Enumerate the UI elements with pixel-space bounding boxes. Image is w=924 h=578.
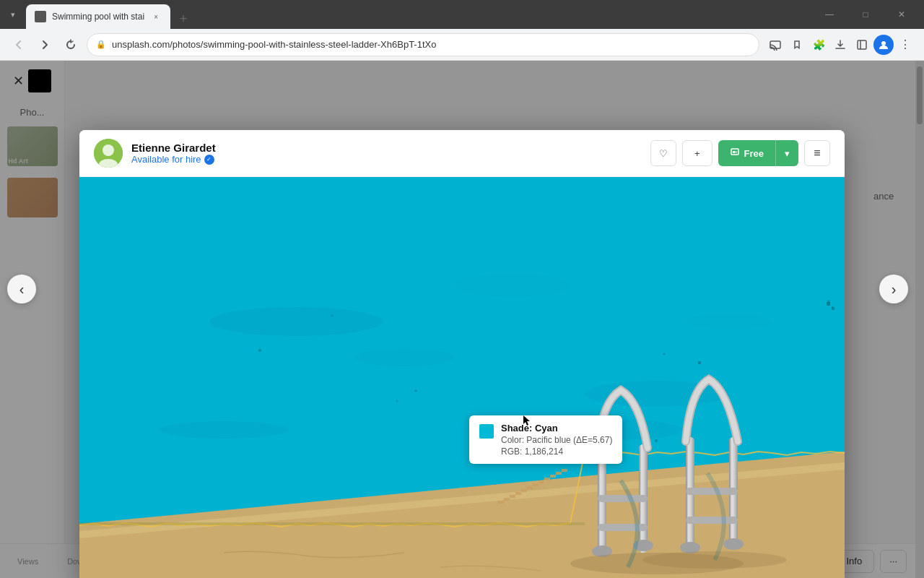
collect-button[interactable]: + bbox=[682, 140, 712, 166]
download-manager-btn[interactable] bbox=[830, 35, 850, 55]
svg-rect-31 bbox=[79, 522, 585, 525]
svg-point-3 bbox=[881, 41, 886, 46]
tab-title: Swimming pool with stai bbox=[52, 12, 144, 22]
url-text: unsplash.com/photos/swimming-pool-with-s… bbox=[112, 39, 750, 50]
svg-rect-46 bbox=[686, 488, 738, 495]
svg-rect-52 bbox=[510, 495, 515, 498]
svg-rect-62 bbox=[827, 302, 830, 306]
svg-point-16 bbox=[686, 314, 772, 329]
color-shade: Shade: Cyan bbox=[501, 423, 612, 434]
photo-display[interactable]: Shade: Cyan Color: Pacific blue (ΔE=5.67… bbox=[79, 177, 845, 578]
cursor-position bbox=[523, 415, 531, 427]
author-details: Etienne Girardet Available for hire ✓ bbox=[131, 142, 216, 165]
tab-close-btn[interactable]: × bbox=[150, 11, 162, 22]
svg-rect-38 bbox=[598, 495, 648, 502]
color-rgb: RGB: 1,186,214 bbox=[501, 447, 612, 457]
svg-rect-8 bbox=[733, 151, 735, 153]
svg-point-20 bbox=[415, 390, 417, 392]
svg-rect-9 bbox=[735, 151, 737, 153]
sidebar-toggle-btn[interactable] bbox=[852, 35, 872, 55]
download-split-button: Free ▾ bbox=[718, 140, 798, 166]
svg-point-12 bbox=[209, 307, 383, 336]
svg-rect-64 bbox=[698, 361, 701, 364]
author-name: Etienne Girardet bbox=[131, 142, 216, 154]
lock-icon: 🔒 bbox=[96, 40, 106, 49]
browser-menu-btn[interactable]: ⋮ bbox=[895, 35, 915, 55]
svg-rect-57 bbox=[539, 480, 544, 483]
svg-point-5 bbox=[103, 144, 114, 156]
maximize-button[interactable]: □ bbox=[849, 0, 882, 29]
back-button[interactable] bbox=[9, 35, 29, 55]
cast-button[interactable] bbox=[765, 35, 785, 55]
svg-point-22 bbox=[663, 353, 666, 355]
svg-point-45 bbox=[723, 538, 744, 550]
close-button[interactable]: ✕ bbox=[885, 0, 918, 29]
photo-modal: Etienne Girardet Available for hire ✓ ♡ bbox=[79, 130, 845, 578]
new-tab-button[interactable]: + bbox=[173, 9, 193, 29]
tab-strip: Swimming pool with stai × + bbox=[26, 0, 807, 29]
address-bar[interactable]: 🔒 unsplash.com/photos/swimming-pool-with… bbox=[87, 33, 759, 56]
svg-rect-1 bbox=[858, 40, 866, 49]
svg-rect-54 bbox=[521, 489, 527, 492]
color-info: Shade: Cyan Color: Pacific blue (ΔE=5.67… bbox=[501, 423, 612, 457]
color-swatch bbox=[479, 424, 494, 439]
svg-rect-60 bbox=[556, 472, 562, 475]
svg-point-27 bbox=[331, 315, 334, 317]
modal-overlay: ‹ › Etienne Girardet bbox=[0, 61, 924, 578]
svg-rect-56 bbox=[533, 483, 539, 486]
svg-point-15 bbox=[159, 421, 289, 439]
svg-rect-51 bbox=[504, 498, 510, 501]
download-button[interactable]: Free bbox=[718, 140, 775, 166]
active-tab[interactable]: Swimming pool with stai × bbox=[26, 4, 170, 29]
svg-rect-47 bbox=[686, 517, 738, 524]
svg-rect-63 bbox=[832, 307, 834, 310]
more-options-button[interactable]: ≡ bbox=[804, 140, 830, 166]
minimize-button[interactable]: — bbox=[813, 0, 846, 29]
color-tooltip: Shade: Cyan Color: Pacific blue (ΔE=5.67… bbox=[469, 415, 622, 464]
prev-photo-button[interactable]: ‹ bbox=[7, 275, 36, 303]
svg-point-26 bbox=[396, 400, 398, 402]
author-avatar bbox=[94, 139, 123, 168]
svg-point-13 bbox=[455, 275, 570, 296]
browser-window: ▾ Swimming pool with stai × + — □ ✕ 🔒 bbox=[0, 0, 924, 578]
svg-point-25 bbox=[655, 439, 658, 442]
svg-rect-39 bbox=[598, 524, 648, 531]
tab-favicon bbox=[35, 11, 46, 22]
browser-actions: 🧩 ⋮ bbox=[765, 35, 915, 55]
svg-rect-50 bbox=[498, 501, 504, 504]
svg-rect-61 bbox=[562, 469, 567, 472]
color-name: Color: Pacific blue (ΔE=5.67) bbox=[501, 435, 612, 445]
tab-dropdown-btn[interactable]: ▾ bbox=[6, 7, 20, 22]
next-photo-button[interactable]: › bbox=[879, 275, 908, 303]
extensions-button[interactable]: 🧩 bbox=[808, 35, 829, 55]
verified-badge: ✓ bbox=[204, 155, 214, 165]
like-button[interactable]: ♡ bbox=[650, 140, 676, 166]
svg-point-17 bbox=[354, 349, 455, 366]
main-content: ✕ Pho... Hd Art ance ‹ bbox=[0, 61, 924, 578]
pool-photo-svg bbox=[79, 177, 845, 578]
title-bar: ▾ Swimming pool with stai × + — □ ✕ bbox=[0, 0, 924, 29]
svg-rect-58 bbox=[544, 478, 550, 480]
forward-button[interactable] bbox=[35, 35, 55, 55]
svg-point-19 bbox=[258, 349, 261, 352]
bookmark-button[interactable] bbox=[787, 35, 807, 55]
window-buttons: — □ ✕ bbox=[813, 0, 918, 29]
svg-rect-59 bbox=[550, 475, 556, 478]
window-controls: ▾ bbox=[6, 7, 20, 22]
author-status: Available for hire ✓ bbox=[131, 154, 216, 165]
modal-actions: ♡ + Free ▾ bbox=[650, 140, 830, 166]
svg-rect-53 bbox=[515, 492, 521, 495]
profile-button[interactable] bbox=[873, 35, 894, 55]
svg-rect-55 bbox=[527, 486, 533, 489]
author-info: Etienne Girardet Available for hire ✓ bbox=[94, 139, 216, 168]
modal-header: Etienne Girardet Available for hire ✓ ♡ bbox=[79, 130, 845, 177]
navigation-bar: 🔒 unsplash.com/photos/swimming-pool-with… bbox=[0, 29, 924, 61]
refresh-button[interactable] bbox=[61, 35, 81, 55]
download-arrow-button[interactable]: ▾ bbox=[775, 140, 798, 166]
